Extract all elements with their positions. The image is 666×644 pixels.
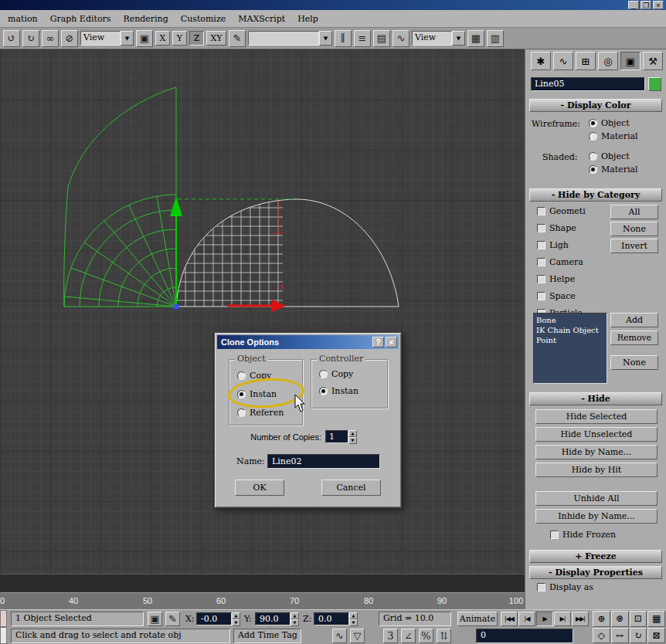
category-helpers[interactable]: Helpe xyxy=(537,274,575,284)
rollout-display-properties[interactable]: - Display Properties xyxy=(529,566,662,579)
z-coord-field[interactable]: 0.0 xyxy=(314,612,349,625)
copies-spin-down[interactable]: ▼ xyxy=(348,437,357,444)
radio-icon[interactable] xyxy=(589,132,597,141)
shaded-object-option[interactable]: Object xyxy=(589,151,630,161)
time-slider[interactable] xyxy=(0,574,525,592)
cancel-button[interactable]: Cancel xyxy=(321,480,381,496)
category-none-button[interactable]: None xyxy=(610,222,658,236)
object-reference-option[interactable]: Referen xyxy=(237,408,284,418)
x-coord-field[interactable]: -0.0 xyxy=(196,612,232,625)
tab-utilities[interactable]: ⚒ xyxy=(643,52,663,70)
menu-customize[interactable]: Customize xyxy=(175,12,232,25)
redo-button[interactable]: ↻ xyxy=(22,30,39,47)
percent-snap-toggle[interactable]: % xyxy=(419,629,433,643)
spinner-snap-toggle[interactable]: ⇅ xyxy=(437,629,451,643)
minimize-button[interactable]: _ xyxy=(628,1,639,9)
unhide-by-name-button[interactable]: Inhide by Name... xyxy=(535,509,658,524)
reference-coordinate-dropdown[interactable]: View ▼ xyxy=(80,31,134,46)
restore-button[interactable]: ❒ xyxy=(641,1,651,9)
radio-icon[interactable] xyxy=(237,371,246,380)
radio-icon[interactable] xyxy=(319,370,328,378)
go-to-end-button[interactable]: ▶▶| xyxy=(572,612,589,626)
category-shape[interactable]: Shape xyxy=(537,223,576,233)
tab-display[interactable]: ▣ xyxy=(620,52,641,70)
mirror-button[interactable]: ∥ xyxy=(335,30,352,47)
chevron-down-icon[interactable]: ▼ xyxy=(319,31,332,46)
tab-hierarchy[interactable]: ⊞ xyxy=(576,52,596,70)
display-as-option[interactable]: Display as xyxy=(537,582,593,592)
gizmo-x-arrow[interactable] xyxy=(272,300,286,312)
category-invert-button[interactable]: Invert xyxy=(610,239,658,253)
category-lights[interactable]: Ligh xyxy=(537,240,569,250)
render-button[interactable]: ▥ xyxy=(487,30,504,47)
menu-graph-editors[interactable]: Graph Editors xyxy=(44,12,117,25)
tab-motion[interactable]: ◎ xyxy=(598,52,618,70)
undo-button[interactable]: ↺ xyxy=(3,30,20,47)
category-space-warps[interactable]: Space xyxy=(537,291,576,301)
list-item[interactable]: Point xyxy=(536,335,604,345)
object-copy-option[interactable]: Copy xyxy=(237,371,271,381)
snap-3d-toggle[interactable]: 3 xyxy=(383,629,398,643)
restrict-plane-button[interactable]: XY xyxy=(206,31,226,46)
restrict-y-button[interactable]: Y xyxy=(172,31,187,46)
pivot-point[interactable] xyxy=(174,304,179,310)
radio-icon[interactable] xyxy=(589,119,597,127)
list-item[interactable]: Bone xyxy=(536,315,604,325)
category-all-button[interactable]: All xyxy=(610,205,658,219)
list-add-button[interactable]: Add xyxy=(610,313,658,327)
arc-rotate-button[interactable]: ↻ xyxy=(630,628,647,644)
menu-maxscript[interactable]: MAXScript xyxy=(232,12,291,25)
close-button[interactable]: × xyxy=(653,1,664,9)
menu-rendering[interactable]: Rendering xyxy=(117,12,174,25)
named-selection-dropdown[interactable]: ▼ xyxy=(248,31,332,46)
z-spin-up[interactable]: ▲ xyxy=(349,612,358,619)
shaded-material-option[interactable]: Material xyxy=(589,164,638,175)
view-dropdown[interactable]: View ▼ xyxy=(412,31,465,46)
add-time-tag[interactable]: Add Time Tag xyxy=(233,629,301,643)
x-spin-up[interactable]: ▲ xyxy=(232,612,240,619)
zoom-extents-all-button[interactable]: ▦ xyxy=(647,611,665,627)
restrict-z-button[interactable]: Z xyxy=(189,31,204,46)
field-of-view-button[interactable]: ◇ xyxy=(593,628,610,644)
dialog-titlebar[interactable]: Clone Options ? × xyxy=(217,335,399,349)
copies-field[interactable]: 1 xyxy=(325,430,348,443)
restrict-x-button[interactable]: X xyxy=(155,31,170,46)
angle-snap-toggle[interactable]: ∠ xyxy=(401,629,416,643)
dialog-help-button[interactable]: ? xyxy=(372,337,384,347)
maxscript-mini-listener[interactable] xyxy=(0,610,7,644)
hide-unselected-button[interactable]: Hide Unselected xyxy=(535,427,658,442)
white-wireframe-object[interactable] xyxy=(176,188,399,307)
radio-icon[interactable] xyxy=(237,390,246,398)
rollout-hide-by-category[interactable]: - Hide by Category xyxy=(529,188,662,202)
wireframe-object-option[interactable]: Object xyxy=(589,118,630,128)
tab-modify[interactable]: ∿ xyxy=(553,52,573,70)
pick-reference-button[interactable]: ✎ xyxy=(229,30,246,47)
radio-icon[interactable] xyxy=(589,152,597,161)
list-remove-button[interactable]: Remove xyxy=(610,330,658,345)
listener-script-pane[interactable] xyxy=(0,627,7,644)
checkbox-icon[interactable] xyxy=(537,292,545,300)
absolute-offset-toggle[interactable]: ✎ xyxy=(165,612,180,626)
next-frame-button[interactable]: ▶| xyxy=(554,612,571,626)
wireframe-material-option[interactable]: Material xyxy=(589,131,638,141)
radio-icon[interactable] xyxy=(319,387,328,395)
category-geometry[interactable]: Geometi xyxy=(537,206,586,216)
object-name-field[interactable]: Line05 xyxy=(531,77,645,91)
checkbox-icon[interactable] xyxy=(537,224,545,232)
zoom-button[interactable]: ⊕ xyxy=(593,611,610,627)
play-button[interactable]: ▶ xyxy=(536,612,553,626)
menu-help[interactable]: Help xyxy=(291,12,325,25)
category-cameras[interactable]: Camera xyxy=(537,257,583,267)
checkbox-icon[interactable] xyxy=(537,583,545,591)
x-spin-down[interactable]: ▼ xyxy=(232,619,240,626)
material-editor-button[interactable]: ▦ xyxy=(467,30,484,47)
previous-frame-button[interactable]: |◀ xyxy=(518,612,535,626)
radio-icon[interactable] xyxy=(237,408,246,417)
checkbox-icon[interactable] xyxy=(537,241,545,249)
curve-editor-button[interactable]: ∿ xyxy=(392,30,409,47)
track-bar[interactable]: 30 40 50 60 70 80 90 100 xyxy=(0,592,525,609)
list-none-button[interactable]: None xyxy=(610,355,658,370)
current-frame-field[interactable]: 0 xyxy=(476,629,573,643)
object-instance-option[interactable]: Instan xyxy=(237,389,277,399)
ok-button[interactable]: OK xyxy=(235,480,284,496)
